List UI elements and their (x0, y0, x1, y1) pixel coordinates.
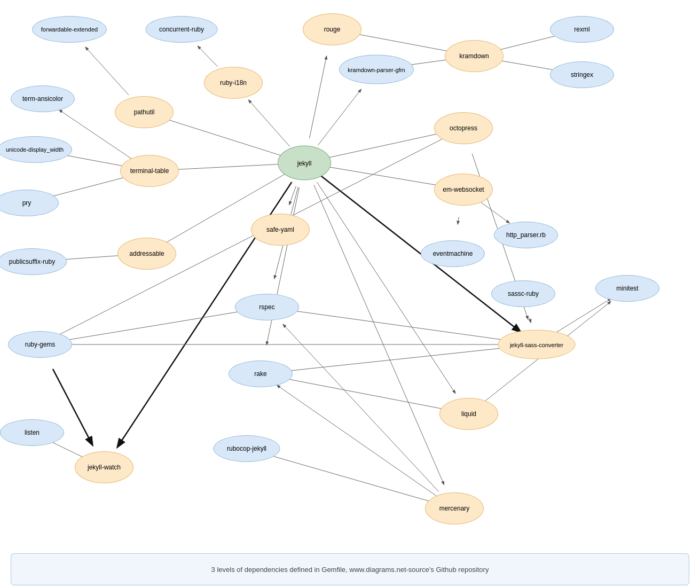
node-rouge[interactable]: rouge (303, 13, 361, 45)
node-kramdown-parser-gfm[interactable]: kramdown-parser-gfm (339, 55, 414, 84)
svg-line-3 (160, 117, 288, 158)
graph-container: jekyllrougekramdownkramdown-parser-gfmre… (0, 0, 700, 555)
footer-bar: 3 levels of dependencies defined in Gemf… (11, 553, 689, 585)
node-minitest[interactable]: minitest (595, 275, 659, 302)
node-publicsuffix-ruby[interactable]: publicsuffix-ruby (0, 248, 67, 275)
svg-line-28 (553, 299, 611, 334)
node-octopress[interactable]: octopress (434, 112, 493, 144)
svg-line-31 (280, 309, 522, 342)
node-eventmachine[interactable]: eventmachine (421, 240, 485, 267)
svg-line-4 (165, 164, 288, 170)
svg-line-0 (310, 56, 327, 138)
node-addressable[interactable]: addressable (117, 238, 176, 270)
svg-line-18 (348, 32, 459, 53)
svg-line-1 (318, 90, 361, 145)
node-concurrent-ruby[interactable]: concurrent-ruby (146, 16, 218, 43)
node-jekyll-watch[interactable]: jekyll-watch (75, 451, 133, 483)
node-rspec[interactable]: rspec (235, 294, 299, 320)
node-terminal-table[interactable]: terminal-table (120, 155, 179, 187)
node-rake[interactable]: rake (229, 360, 293, 387)
svg-line-36 (274, 377, 453, 411)
svg-line-11 (266, 187, 299, 344)
node-rexml[interactable]: rexml (550, 16, 614, 43)
node-safe-yaml[interactable]: safe-yaml (251, 214, 310, 246)
svg-line-30 (273, 346, 521, 372)
svg-line-34 (283, 325, 438, 492)
node-em-websocket[interactable]: em-websocket (434, 174, 493, 206)
svg-line-33 (277, 386, 438, 497)
svg-line-2 (249, 100, 290, 146)
node-liquid[interactable]: liquid (439, 398, 498, 430)
node-ruby-i18n[interactable]: ruby-i18n (204, 67, 263, 99)
node-mercenary[interactable]: mercenary (425, 492, 484, 524)
node-http_parser.rb[interactable]: http_parser.rb (494, 222, 558, 248)
svg-line-7 (289, 186, 296, 205)
node-pathutil[interactable]: pathutil (115, 96, 174, 128)
svg-line-12 (317, 182, 455, 393)
svg-line-19 (85, 48, 129, 95)
node-jekyll-sass-converter[interactable]: jekyll-sass-converter (498, 330, 576, 359)
node-jekyll[interactable]: jekyll (278, 146, 331, 181)
node-listen[interactable]: listen (0, 419, 64, 446)
node-kramdown[interactable]: kramdown (445, 40, 504, 72)
svg-line-20 (198, 46, 218, 67)
node-stringex[interactable]: stringex (550, 61, 614, 88)
svg-line-27 (530, 318, 531, 323)
svg-line-14 (314, 185, 444, 484)
node-unicode-display_width[interactable]: unicode-display_width (0, 136, 72, 163)
footer-text: 3 levels of dependencies defined in Gemf… (211, 566, 489, 574)
node-term-ansicolor[interactable]: term-ansicolor (11, 85, 75, 112)
node-sassc-ruby[interactable]: sassc-ruby (491, 280, 555, 307)
svg-line-24 (458, 217, 459, 224)
node-rubocop-jekyll[interactable]: rubocop-jekyll (214, 435, 280, 462)
svg-line-10 (320, 175, 520, 332)
svg-line-35 (261, 453, 439, 504)
svg-line-39 (53, 309, 254, 342)
node-forwardable-extended[interactable]: forwardable-extended (32, 16, 107, 43)
node-ruby-gems[interactable]: ruby-gems (8, 331, 72, 358)
svg-line-23 (41, 175, 133, 199)
svg-line-5 (321, 131, 448, 159)
